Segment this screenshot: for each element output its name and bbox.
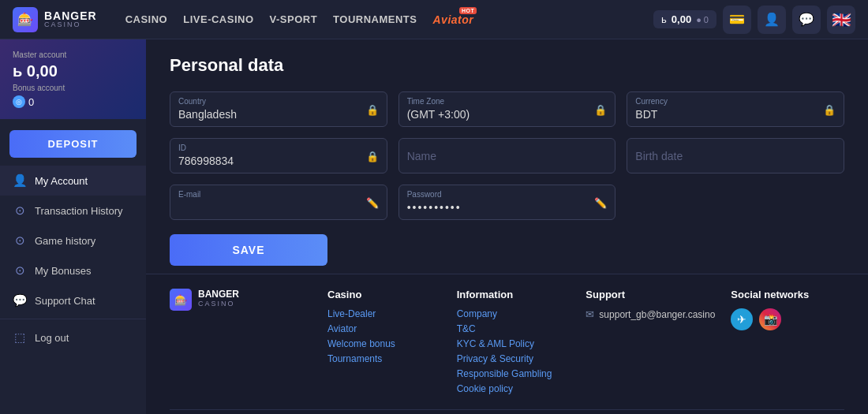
- sidebar-label-my-account: My Account: [35, 175, 88, 187]
- birthdate-field: [627, 138, 844, 173]
- sidebar-item-support-chat[interactable]: 💬 Support Chat: [0, 285, 146, 315]
- sidebar-item-transaction-history[interactable]: ⊙ Transaction History: [0, 196, 146, 226]
- nav-live-casino[interactable]: LIVE-CASINO: [183, 13, 253, 26]
- footer-link-live-dealer[interactable]: Live-Dealer: [327, 308, 441, 319]
- game-history-icon: ⊙: [13, 233, 27, 248]
- footer-brand: BANGER: [198, 289, 239, 300]
- master-balance: ь 0,00: [13, 62, 133, 80]
- main-layout: Master account ь 0,00 Bonus account ◎ 0 …: [0, 39, 868, 414]
- footer-info-title: Information: [457, 289, 571, 300]
- country-input[interactable]: [178, 108, 360, 121]
- edit-icon-email: ✏️: [366, 196, 379, 208]
- footer: 🎰 BANGER CASINO Casino Live-Dealer Aviat…: [146, 274, 868, 414]
- sidebar-item-my-bonuses[interactable]: ⊙ My Bonuses: [0, 255, 146, 285]
- email-input[interactable]: [178, 201, 360, 214]
- form-row-3: E-mail ✏️ Password ✏️: [170, 185, 844, 220]
- email-label: E-mail: [178, 190, 379, 199]
- password-input[interactable]: [407, 201, 589, 214]
- sidebar-label-game-history: Game history: [35, 235, 95, 247]
- timezone-label: Time Zone: [407, 97, 608, 106]
- lock-icon-timezone: 🔒: [594, 103, 607, 115]
- country-label: Country: [178, 97, 379, 106]
- empty-col: [627, 185, 844, 220]
- footer-link-aviator[interactable]: Aviator: [327, 323, 441, 334]
- sidebar-label-log-out: Log out: [35, 332, 69, 344]
- sidebar-top: Master account ь 0,00 Bonus account ◎ 0: [0, 39, 146, 119]
- master-label: Master account: [13, 50, 133, 59]
- user-button[interactable]: 👤: [758, 6, 786, 34]
- footer-link-cookie[interactable]: Cookie policy: [457, 383, 571, 394]
- support-email: ✉ support_gb@banger.casino: [586, 308, 715, 320]
- instagram-button[interactable]: 📸: [759, 308, 781, 330]
- footer-logo-icon: 🎰: [170, 289, 192, 311]
- currency-icon: ь: [661, 13, 667, 25]
- my-account-icon: 👤: [13, 173, 27, 188]
- nav-v-sport[interactable]: V-SPORT: [270, 13, 318, 26]
- support-chat-icon: 💬: [13, 293, 27, 308]
- sidebar-label-transaction: Transaction History: [35, 205, 123, 217]
- nav-aviator[interactable]: Aviator HOT: [432, 13, 473, 26]
- sidebar-divider: [0, 319, 146, 319]
- lock-icon-id: 🔒: [366, 150, 379, 162]
- logout-icon: ⬚: [13, 330, 27, 345]
- save-button[interactable]: SAVE: [170, 234, 327, 266]
- email-field: E-mail ✏️: [170, 185, 387, 220]
- balance-sub: ● 0: [696, 15, 709, 24]
- transaction-icon: ⊙: [13, 203, 27, 218]
- social-icons: ✈ 📸: [731, 308, 844, 330]
- currency-label: Currency: [635, 97, 836, 106]
- wallet-button[interactable]: 💳: [723, 6, 751, 34]
- footer-link-privacy[interactable]: Privacy & Security: [457, 353, 571, 364]
- password-field: Password ✏️: [398, 185, 616, 220]
- nav-tournaments[interactable]: TOURNAMENTS: [333, 13, 417, 26]
- sidebar-item-log-out[interactable]: ⬚ Log out: [0, 323, 146, 352]
- chat-button[interactable]: 💬: [792, 6, 821, 34]
- sidebar-label-support-chat: Support Chat: [35, 295, 95, 307]
- footer-link-kyc[interactable]: KYC & AML Policy: [457, 338, 571, 349]
- deposit-button[interactable]: DEPOSIT: [9, 130, 137, 158]
- birthdate-input[interactable]: [635, 150, 817, 162]
- timezone-input[interactable]: [407, 108, 589, 121]
- footer-link-tc[interactable]: T&C: [457, 323, 571, 334]
- balance-box: ь 0,00 ● 0: [653, 10, 716, 28]
- footer-sub: CASINO: [198, 300, 239, 308]
- footer-logo-text: BANGER CASINO: [198, 289, 239, 308]
- content-inner: Personal data Country 🔒 Time Zone 🔒 Curr…: [146, 39, 868, 274]
- email-icon: ✉: [586, 308, 594, 320]
- footer-social-col: Social networks ✈ 📸: [731, 289, 844, 398]
- logo-text: BANGER CASINO: [44, 10, 97, 28]
- name-field: [398, 138, 616, 173]
- id-input[interactable]: [178, 155, 360, 167]
- bonus-value: ◎ 0: [13, 95, 133, 108]
- currency-field: Currency 🔒: [627, 91, 844, 127]
- sidebar-item-my-account[interactable]: 👤 My Account: [0, 166, 146, 196]
- header-right: ь 0,00 ● 0 💳 👤 💬 🇬🇧: [653, 6, 855, 34]
- footer-casino-title: Casino: [327, 289, 441, 300]
- bonus-icon: ◎: [13, 95, 25, 108]
- aviator-label: Aviator: [432, 13, 473, 26]
- footer-link-tournaments[interactable]: Tournaments: [327, 353, 441, 364]
- country-field: Country 🔒: [170, 91, 387, 127]
- header: 🎰 BANGER CASINO CASINO LIVE-CASINO V-SPO…: [0, 0, 868, 39]
- currency-input[interactable]: [635, 108, 817, 121]
- logo[interactable]: 🎰 BANGER CASINO: [13, 7, 97, 32]
- footer-link-responsible[interactable]: Responsible Gambling: [457, 368, 571, 379]
- footer-social-title: Social networks: [731, 289, 844, 300]
- nav-casino[interactable]: CASINO: [125, 13, 168, 26]
- name-input[interactable]: [407, 150, 589, 162]
- footer-link-welcome-bonus[interactable]: Welcome bonus: [327, 338, 441, 349]
- edit-icon-password: ✏️: [594, 196, 607, 208]
- footer-link-company[interactable]: Company: [457, 308, 571, 319]
- sidebar-item-game-history[interactable]: ⊙ Game history: [0, 226, 146, 255]
- id-field: ID 🔒: [170, 138, 387, 173]
- password-label: Password: [407, 190, 608, 199]
- telegram-button[interactable]: ✈: [731, 308, 753, 330]
- footer-support-title: Support: [586, 289, 715, 300]
- main-nav: CASINO LIVE-CASINO V-SPORT TOURNAMENTS A…: [125, 13, 474, 26]
- logo-sub: CASINO: [44, 21, 97, 28]
- page-title: Personal data: [170, 55, 844, 76]
- footer-divider: [170, 409, 844, 410]
- language-button[interactable]: 🇬🇧: [827, 6, 855, 34]
- id-label: ID: [178, 144, 379, 152]
- sidebar: Master account ь 0,00 Bonus account ◎ 0 …: [0, 39, 146, 414]
